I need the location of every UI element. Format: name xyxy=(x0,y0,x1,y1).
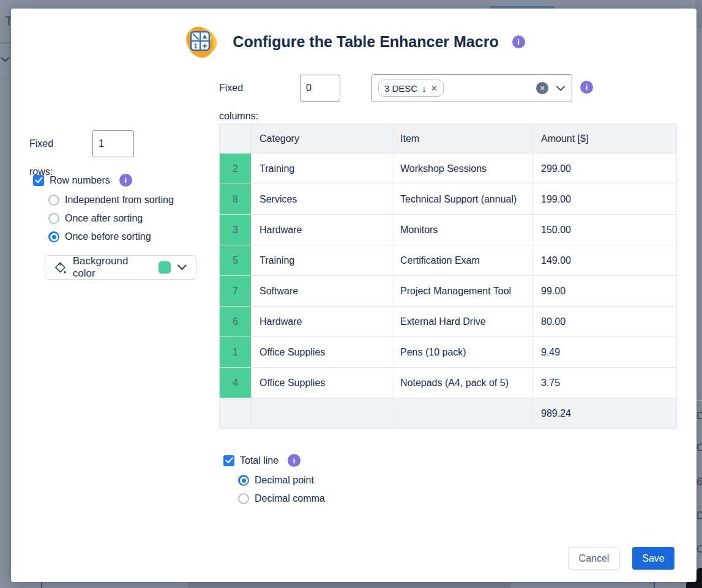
row-numbers-checkbox[interactable] xyxy=(33,175,44,186)
radio-label: Once after sorting xyxy=(65,213,143,224)
fixed-columns-label: Fixed columns: xyxy=(219,74,258,130)
category-cell: Software xyxy=(252,276,392,307)
table-enhancer-macro-icon: 1 + xyxy=(182,23,219,60)
svg-text:+: + xyxy=(203,41,207,51)
total-amount-cell: 989.24 xyxy=(533,398,677,429)
fixed-rows-input[interactable] xyxy=(92,130,134,157)
row-numbers-checkbox-row[interactable]: Row numbers i xyxy=(33,174,132,187)
check-icon xyxy=(35,177,43,184)
sort-columns-select[interactable]: 3 DESC ↓ ✕ ✕ xyxy=(372,74,572,102)
text-fragment: C xyxy=(696,543,702,556)
background-text-fragments: D C 6 D C xyxy=(696,367,702,569)
background-divider xyxy=(0,42,11,43)
amount-cell: 9.49 xyxy=(533,337,677,368)
row-numbers-label: Row numbers xyxy=(50,175,110,186)
radio-icon[interactable] xyxy=(238,475,249,486)
dialog-header: 1 + Configure the Table Enhancer Macro i xyxy=(11,23,696,60)
chevron-down-icon xyxy=(1,54,10,65)
total-line-label: Total line xyxy=(240,455,278,466)
radio-icon[interactable] xyxy=(48,195,59,206)
radio-label: Independent from sorting xyxy=(65,195,174,206)
radio-decimal-point[interactable]: Decimal point xyxy=(238,475,314,486)
save-button[interactable]: Save xyxy=(632,547,674,570)
category-cell: Services xyxy=(252,184,392,215)
table-row: 7 Software Project Management Tool 99.00 xyxy=(220,276,677,307)
item-cell: External Hard Drive xyxy=(392,307,533,337)
fixed-columns-info-icon[interactable]: i xyxy=(580,81,593,94)
amount-cell: 199.00 xyxy=(533,184,677,215)
preview-table: Category Item Amount [$] 2 Training Work… xyxy=(219,124,677,429)
cancel-button[interactable]: Cancel xyxy=(568,547,620,570)
select-clear-icon[interactable]: ✕ xyxy=(536,82,548,94)
row-number-cell: 1 xyxy=(220,337,252,368)
row-number-cell: 7 xyxy=(220,276,252,307)
row-number-cell: 5 xyxy=(220,245,252,276)
item-cell: Technical Support (annual) xyxy=(392,184,533,215)
item-cell: Monitors xyxy=(392,215,533,245)
radio-independent-from-sorting[interactable]: Independent from sorting xyxy=(48,195,174,206)
amount-cell: 149.00 xyxy=(533,245,677,276)
table-row: 4 Office Supplies Notepads (A4, pack of … xyxy=(220,368,677,398)
row-number-cell: 3 xyxy=(220,215,252,245)
amount-cell: 3.75 xyxy=(533,368,677,398)
header-cell-item: Item xyxy=(392,124,533,154)
row-number-cell: 8 xyxy=(220,184,252,215)
item-cell: Notepads (A4, pack of 5) xyxy=(392,368,533,398)
background-divider xyxy=(0,73,11,73)
total-line-checkbox-row[interactable]: Total line i xyxy=(223,454,301,467)
background-border-fragment xyxy=(654,581,655,588)
item-cell: Certification Exam xyxy=(392,245,533,276)
macro-config-dialog: 1 + Configure the Table Enhancer Macro i… xyxy=(11,9,696,582)
radio-icon[interactable] xyxy=(48,231,59,242)
header-cell-amount: Amount [$] xyxy=(533,124,677,154)
item-cell: Project Management Tool xyxy=(392,276,533,307)
title-info-icon[interactable]: i xyxy=(512,35,525,48)
row-number-cell: 4 xyxy=(220,368,252,398)
item-cell: Workshop Sessions xyxy=(392,154,533,184)
fixed-columns-input[interactable] xyxy=(300,75,340,102)
table-row: 5 Training Certification Exam 149.00 xyxy=(220,245,677,276)
amount-cell: 99.00 xyxy=(533,276,677,307)
table-row: 8 Services Technical Support (annual) 19… xyxy=(220,184,677,215)
radio-label: Decimal comma xyxy=(255,493,325,504)
table-total-row: 989.24 xyxy=(220,398,677,429)
sort-desc-arrow-icon: ↓ xyxy=(422,83,427,94)
radio-decimal-comma[interactable]: Decimal comma xyxy=(238,493,325,504)
text-fragment: D xyxy=(696,410,702,422)
sort-chip: 3 DESC ↓ ✕ xyxy=(378,80,444,97)
category-cell: Hardware xyxy=(252,307,392,337)
table-row: 2 Training Workshop Sessions 299.00 xyxy=(220,154,677,184)
background-color-button[interactable]: Background color xyxy=(45,255,196,280)
select-chevron-down-icon[interactable] xyxy=(556,86,566,91)
table-row: 1 Office Supplies Pens (10 pack) 9.49 xyxy=(220,337,677,368)
radio-icon[interactable] xyxy=(238,493,249,504)
category-cell: Office Supplies xyxy=(252,337,392,368)
text-fragment: C xyxy=(696,442,702,454)
sort-chip-label: 3 DESC xyxy=(384,83,417,94)
total-line-info-icon[interactable]: i xyxy=(288,454,301,467)
chevron-down-icon xyxy=(177,264,187,270)
background-color-label: Background color xyxy=(73,255,153,280)
radio-label: Decimal point xyxy=(255,475,314,486)
total-empty-cell xyxy=(220,398,252,429)
table-row: 3 Hardware Monitors 150.00 xyxy=(220,215,677,245)
total-empty-cell xyxy=(252,398,392,429)
background-table-fragment xyxy=(188,582,510,588)
total-line-checkbox[interactable] xyxy=(223,455,234,466)
item-cell: Pens (10 pack) xyxy=(392,337,533,368)
chip-remove-icon[interactable]: ✕ xyxy=(431,84,438,93)
radio-once-before-sorting[interactable]: Once before sorting xyxy=(48,231,151,242)
amount-cell: 150.00 xyxy=(533,215,677,245)
table-header-row: Category Item Amount [$] xyxy=(220,124,677,154)
color-swatch[interactable] xyxy=(159,261,171,274)
radio-icon[interactable] xyxy=(48,213,59,224)
header-cell-category: Category xyxy=(252,124,392,154)
paint-bucket-icon xyxy=(54,261,67,274)
radio-once-after-sorting[interactable]: Once after sorting xyxy=(48,213,143,224)
table-row: 6 Hardware External Hard Drive 80.00 xyxy=(220,307,677,337)
text-fragment: 6 xyxy=(696,476,702,488)
category-cell: Training xyxy=(252,154,392,184)
row-numbers-info-icon[interactable]: i xyxy=(119,174,132,187)
total-empty-cell xyxy=(392,398,533,429)
category-cell: Training xyxy=(252,245,392,276)
